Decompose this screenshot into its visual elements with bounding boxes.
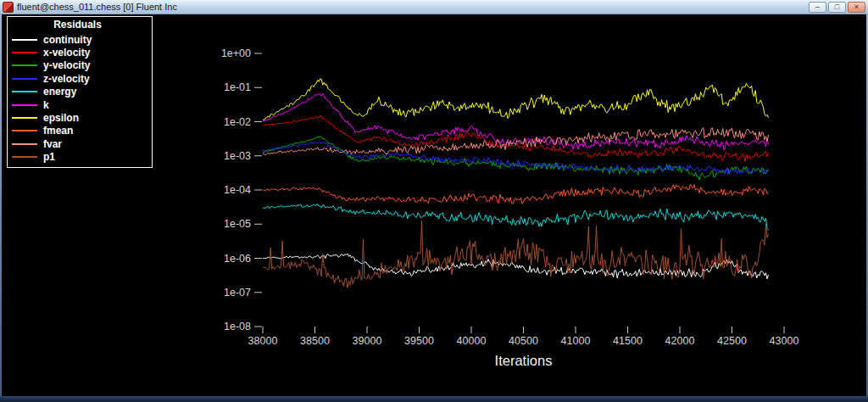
x-tick-label: 42000 <box>665 335 695 347</box>
series-line-y-velocity <box>263 136 769 180</box>
legend-item-energy: energy <box>12 86 143 98</box>
window-bottom-border <box>0 396 868 402</box>
series-line-fmean <box>263 185 769 204</box>
legend-item-label: k <box>43 100 49 110</box>
fluent-app-icon <box>3 2 14 13</box>
x-axis-title: Iterations <box>495 353 553 368</box>
x-tick-label: 39500 <box>404 335 434 347</box>
y-tick-label: 1e-08 <box>224 321 251 332</box>
legend-swatch <box>12 39 37 41</box>
series-line-z-velocity <box>263 142 769 175</box>
y-tick-label: 1e-05 <box>224 218 251 230</box>
legend-item-y-velocity: y-velocity <box>12 59 143 72</box>
x-tick-label: 41500 <box>613 335 643 347</box>
legend-item-label: fvar <box>43 139 62 149</box>
legend-swatch <box>12 104 37 106</box>
legend-item-label: x-velocity <box>43 47 90 58</box>
legend-item-z-velocity: z-velocity <box>12 72 143 85</box>
x-tick-label: 40000 <box>457 335 487 347</box>
y-tick-label: 1e-03 <box>224 150 251 162</box>
legend-swatch <box>12 52 37 53</box>
fluent-window: 1e+001e-011e-021e-031e-041e-051e-061e-07… <box>0 0 868 402</box>
legend-item-label: continuity <box>43 35 92 45</box>
y-tick-label: 1e-04 <box>224 184 251 196</box>
legend-item-fmean: fmean <box>12 125 143 137</box>
y-tick-label: 1e-01 <box>224 81 251 93</box>
legend-item-label: epsilon <box>43 113 79 123</box>
legend-item-label: z-velocity <box>43 74 90 84</box>
x-tick-label: 40500 <box>509 335 538 347</box>
series-line-epsilon <box>263 79 769 120</box>
y-tick-label: 1e-07 <box>224 287 251 299</box>
y-tick-label: 1e+00 <box>221 47 251 59</box>
x-tick-label: 38000 <box>248 335 278 347</box>
legend-swatch <box>12 143 37 145</box>
window-left-border <box>0 14 2 396</box>
legend-item-continuity: continuity <box>12 33 143 46</box>
legend-swatch <box>12 156 37 158</box>
y-tick-label: 1e-02 <box>224 116 251 128</box>
x-tick-label: 38500 <box>300 335 330 347</box>
legend-item-epsilon: epsilon <box>12 111 143 124</box>
legend-title: Residuals <box>12 18 143 33</box>
legend-swatch <box>12 91 37 92</box>
series-line-fvar <box>263 128 769 155</box>
legend-swatch <box>12 130 37 131</box>
x-tick-label: 41000 <box>561 335 591 347</box>
series-line-energy <box>263 204 769 230</box>
legend-item-label: energy <box>43 87 76 97</box>
x-tick-label: 39000 <box>353 335 382 347</box>
legend-swatch <box>12 78 37 80</box>
window-controls: – □ × <box>809 2 865 13</box>
legend-item-p1: p1 <box>12 151 143 164</box>
legend-item-label: y-velocity <box>43 60 90 70</box>
titlebar[interactable]: fluent@chess_011.chess [0] Fluent Inc – … <box>0 0 868 14</box>
window-title: fluent@chess_011.chess [0] Fluent Inc <box>17 2 805 12</box>
legend-item-x-velocity: x-velocity <box>12 46 143 59</box>
legend-item-label: p1 <box>43 152 55 162</box>
series-line-p1 <box>263 221 769 288</box>
y-tick-label: 1e-06 <box>224 253 251 265</box>
close-button[interactable]: × <box>848 2 865 13</box>
legend-item-k: k <box>12 98 143 111</box>
legend-item-label: fmean <box>43 126 73 136</box>
x-tick-label: 43000 <box>770 335 799 347</box>
legend-box: Residuals continuityx-velocityy-velocity… <box>7 16 153 168</box>
x-tick-label: 42500 <box>717 335 747 347</box>
minimize-button[interactable]: – <box>809 2 826 13</box>
series-line-k <box>263 93 769 150</box>
legend-swatch <box>12 64 37 66</box>
maximize-button[interactable]: □ <box>828 2 846 13</box>
legend-items: continuityx-velocityy-velocityz-velocity… <box>12 33 143 164</box>
legend-swatch <box>12 117 37 119</box>
legend-item-fvar: fvar <box>12 137 143 150</box>
